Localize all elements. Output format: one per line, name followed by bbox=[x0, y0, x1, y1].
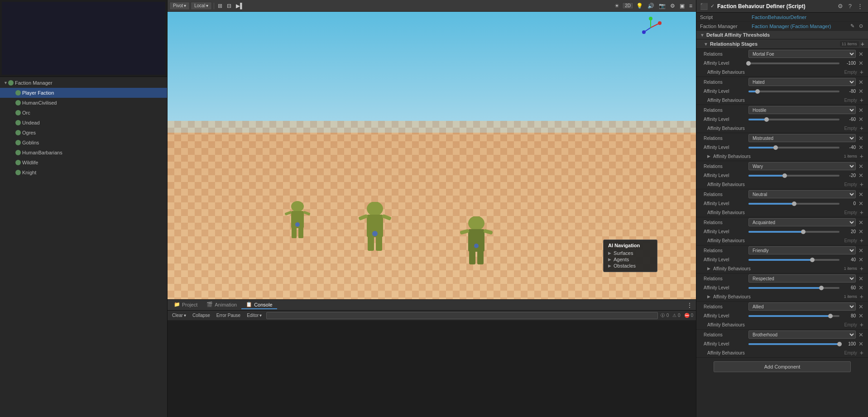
editor-button[interactable]: Editor ▾ bbox=[245, 312, 264, 318]
hierarchy-item-orc[interactable]: Orc bbox=[0, 108, 167, 118]
affinity-delete-btn-10[interactable]: ✕ bbox=[858, 340, 864, 347]
affinity-delete-btn-9[interactable]: ✕ bbox=[858, 312, 864, 319]
stage-select-0[interactable]: Mortal Foe bbox=[748, 50, 856, 58]
console-more-btn[interactable]: ⋮ bbox=[685, 302, 694, 309]
affinity-slider-10[interactable] bbox=[748, 343, 839, 345]
affinity-behaviours-row-4[interactable]: Affinity Behaviours Empty + bbox=[696, 180, 868, 189]
stage-select-9[interactable]: Allied bbox=[748, 302, 856, 311]
faction-manager-target-btn[interactable]: ⊙ bbox=[858, 23, 864, 29]
anim-button[interactable]: ▶▌ bbox=[234, 2, 246, 10]
collapse-button[interactable]: Collapse bbox=[191, 312, 212, 318]
affinity-slider-8[interactable] bbox=[748, 287, 839, 289]
stage-select-3[interactable]: Mistrusted bbox=[748, 134, 856, 142]
affinity-behaviours-row-8[interactable]: ▶ Affinity Behaviours 1 items + bbox=[696, 292, 868, 301]
nav-agents-item[interactable]: ▶ Agents bbox=[608, 256, 652, 263]
affinity-behaviours-row-6[interactable]: Affinity Behaviours Empty + bbox=[696, 236, 868, 245]
stage-select-8[interactable]: Respected bbox=[748, 274, 856, 283]
ab-add-btn-5[interactable]: + bbox=[859, 209, 864, 216]
stage-select-7[interactable]: Friendly bbox=[748, 246, 856, 254]
ab-add-btn-0[interactable]: + bbox=[859, 68, 864, 76]
hierarchy-item-faction-manager[interactable]: ▼Faction Manager bbox=[0, 78, 167, 88]
affinity-behaviours-row-10[interactable]: Affinity Behaviours Empty + bbox=[696, 348, 868, 357]
hierarchy-item-wildlife[interactable]: Wildlife bbox=[0, 158, 167, 168]
stage-select-2[interactable]: Hostile bbox=[748, 106, 856, 114]
affinity-behaviours-row-9[interactable]: Affinity Behaviours Empty + bbox=[696, 320, 868, 329]
ab-add-btn-1[interactable]: + bbox=[859, 96, 864, 104]
camera-button[interactable]: 📷 bbox=[657, 2, 667, 10]
inspector-more-btn[interactable]: ⋮ bbox=[856, 2, 864, 10]
stage-delete-btn-2[interactable]: ✕ bbox=[858, 107, 864, 114]
affinity-slider-3[interactable] bbox=[748, 147, 839, 149]
hierarchy-item-human-civilised[interactable]: HumanCivilised bbox=[0, 98, 167, 108]
slider-thumb-3[interactable] bbox=[773, 145, 778, 150]
stage-delete-btn-1[interactable]: ✕ bbox=[858, 79, 864, 86]
add-component-button[interactable]: Add Component bbox=[714, 361, 851, 372]
ab-add-btn-6[interactable]: + bbox=[859, 237, 864, 244]
rs-add-btn[interactable]: + bbox=[861, 41, 864, 47]
aspect-button[interactable]: ▣ bbox=[678, 2, 686, 10]
stage-delete-btn-10[interactable]: ✕ bbox=[858, 331, 864, 338]
viewport[interactable]: AI Navigation ▶ Surfaces ▶ Agents ▶ Obst… bbox=[168, 12, 696, 299]
affinity-behaviours-row-7[interactable]: ▶ Affinity Behaviours 1 items + bbox=[696, 264, 868, 273]
slider-thumb-6[interactable] bbox=[801, 230, 806, 234]
hierarchy-item-goblins[interactable]: Goblins bbox=[0, 138, 167, 148]
stage-delete-btn-0[interactable]: ✕ bbox=[858, 51, 864, 58]
audio-button[interactable]: 🔊 bbox=[646, 2, 656, 10]
hierarchy-item-human-barbarians[interactable]: HumanBarbarians bbox=[0, 148, 167, 158]
affinity-slider-2[interactable] bbox=[748, 119, 839, 120]
slider-thumb-10[interactable] bbox=[837, 342, 842, 346]
affinity-behaviours-row-2[interactable]: Affinity Behaviours Empty + bbox=[696, 124, 868, 133]
clear-button[interactable]: Clear ▾ bbox=[170, 312, 188, 318]
slider-thumb-5[interactable] bbox=[792, 201, 796, 206]
tab-animation[interactable]: 🎬 Animation bbox=[202, 301, 241, 309]
slider-thumb-7[interactable] bbox=[810, 258, 815, 262]
ab-add-btn-9[interactable]: + bbox=[859, 321, 864, 328]
stage-delete-btn-6[interactable]: ✕ bbox=[858, 219, 864, 226]
affinity-slider-6[interactable] bbox=[748, 231, 839, 233]
affinity-delete-btn-3[interactable]: ✕ bbox=[858, 144, 864, 151]
affinity-slider-4[interactable] bbox=[748, 175, 839, 177]
slider-thumb-4[interactable] bbox=[782, 173, 787, 178]
script-value[interactable]: FactionBehaviourDefiner bbox=[752, 14, 806, 20]
affinity-delete-btn-2[interactable]: ✕ bbox=[858, 116, 864, 123]
affinity-delete-btn-4[interactable]: ✕ bbox=[858, 172, 864, 179]
affinity-delete-btn-8[interactable]: ✕ bbox=[858, 284, 864, 291]
hierarchy-item-ogres[interactable]: Ogres bbox=[0, 128, 167, 138]
inspector-settings-btn[interactable]: ⚙ bbox=[836, 2, 844, 10]
affinity-slider-9[interactable] bbox=[748, 315, 839, 317]
slider-thumb-0[interactable] bbox=[746, 61, 751, 66]
stage-select-5[interactable]: Neutral bbox=[748, 190, 856, 198]
faction-manager-value[interactable]: Faction Manager (Faction Manager) bbox=[752, 24, 847, 29]
settings-button[interactable]: ≡ bbox=[687, 2, 694, 10]
console-search-input[interactable] bbox=[266, 312, 658, 319]
local-button[interactable]: Local ▾ bbox=[191, 2, 212, 10]
tab-console[interactable]: 📋 Console bbox=[241, 301, 277, 309]
stage-delete-btn-9[interactable]: ✕ bbox=[858, 303, 864, 310]
stage-delete-btn-3[interactable]: ✕ bbox=[858, 135, 864, 142]
ab-add-btn-7[interactable]: + bbox=[859, 265, 864, 272]
nav-obstacles-item[interactable]: ▶ Obstacles bbox=[608, 263, 652, 269]
2d-button[interactable]: 2D bbox=[622, 2, 633, 9]
ab-add-btn-3[interactable]: + bbox=[859, 153, 864, 160]
affinity-slider-0[interactable] bbox=[748, 62, 839, 64]
affinity-slider-7[interactable] bbox=[748, 259, 839, 261]
stage-delete-btn-8[interactable]: ✕ bbox=[858, 275, 864, 282]
affinity-behaviours-row-1[interactable]: Affinity Behaviours Empty + bbox=[696, 96, 868, 105]
stage-delete-btn-7[interactable]: ✕ bbox=[858, 247, 864, 254]
error-pause-button[interactable]: Error Pause bbox=[215, 312, 242, 318]
affinity-delete-btn-1[interactable]: ✕ bbox=[858, 88, 864, 95]
stage-delete-btn-4[interactable]: ✕ bbox=[858, 163, 864, 170]
affinity-behaviours-row-0[interactable]: Affinity Behaviours Empty + bbox=[696, 67, 868, 77]
slider-thumb-9[interactable] bbox=[828, 314, 833, 318]
nav-surfaces-item[interactable]: ▶ Surfaces bbox=[608, 250, 652, 256]
ab-add-btn-10[interactable]: + bbox=[859, 349, 864, 356]
grid-button[interactable]: ⊞ bbox=[216, 2, 224, 10]
affinity-behaviours-row-3[interactable]: ▶ Affinity Behaviours 1 items + bbox=[696, 152, 868, 161]
slider-thumb-8[interactable] bbox=[819, 286, 824, 290]
stage-select-6[interactable]: Acquainted bbox=[748, 218, 856, 226]
slider-thumb-1[interactable] bbox=[755, 89, 760, 94]
affinity-delete-btn-5[interactable]: ✕ bbox=[858, 200, 864, 207]
gizmo-button[interactable]: ⚙ bbox=[668, 2, 677, 10]
ab-add-btn-8[interactable]: + bbox=[859, 293, 864, 300]
affinity-behaviours-row-5[interactable]: Affinity Behaviours Empty + bbox=[696, 208, 868, 217]
